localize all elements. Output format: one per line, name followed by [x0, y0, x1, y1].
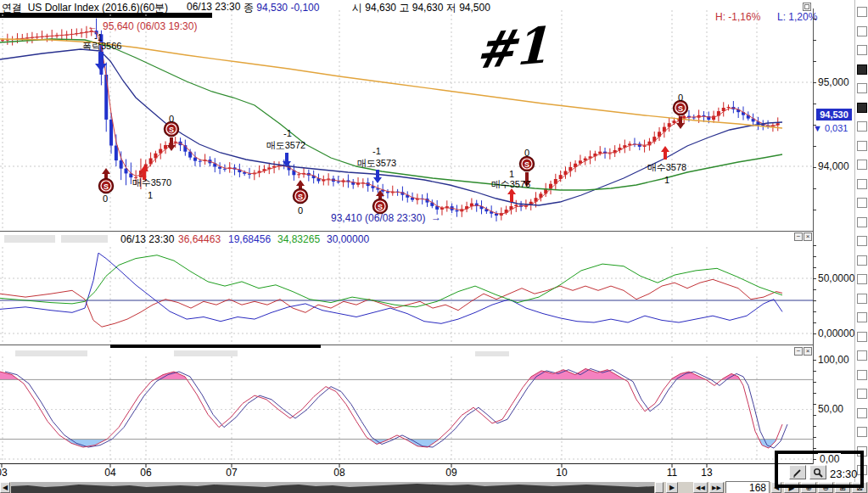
toolbar-button[interactable] [857, 389, 867, 399]
toolbar-button[interactable] [857, 408, 867, 418]
axis-tick [813, 448, 816, 449]
signal-badge: S [165, 122, 179, 137]
navigator-thumb-handle[interactable] [655, 482, 664, 493]
signal-badge: S [674, 101, 688, 115]
axis-tick [813, 426, 816, 427]
chart-control-button[interactable]: ⊠ [852, 482, 867, 493]
toolbar-button[interactable] [857, 255, 867, 266]
toolbar-button[interactable] [857, 83, 867, 93]
x-axis-label: 03 [0, 467, 8, 479]
chart-control-button[interactable]: ⊕ [801, 482, 816, 493]
vertical-gridlines [3, 247, 757, 344]
x-axis-label: 13 [701, 467, 712, 479]
last-price-badge: 94,530 [816, 109, 852, 120]
toolbar-button[interactable] [857, 350, 867, 361]
x-axis-label: 06 [140, 467, 151, 479]
toolbar-button[interactable] [857, 446, 867, 457]
chart-control-button[interactable]: ▶ [784, 482, 799, 493]
main-price-chart[interactable]: S0매수35701S0매도3572-1S0매도3573-1SS0매수35761매… [0, 8, 813, 231]
signal-badge: S [373, 199, 388, 214]
toolbar-button[interactable] [857, 179, 867, 189]
trade-label: 매수3570 [132, 177, 171, 188]
toolbar-button[interactable] [857, 7, 867, 17]
time-axis: 030406070809101113 [0, 463, 813, 483]
axis-tick [813, 40, 816, 41]
signal-count: -1 [283, 128, 292, 138]
toolbar-button[interactable] [857, 121, 867, 132]
axis-tick [813, 437, 816, 438]
scroll-left-button[interactable]: ◀ [0, 482, 10, 493]
chart-control-button[interactable]: ⊖ [818, 482, 833, 493]
axis-tick [813, 61, 816, 62]
axis-tick [562, 464, 563, 468]
axis-tick [813, 104, 816, 104]
axis-tick [813, 360, 816, 361]
rewind-button[interactable]: ◀◀ [693, 482, 708, 493]
x-axis-label: 04 [104, 467, 115, 479]
last-price-change: ▼ 0,031 [813, 123, 848, 133]
close-icon: × [806, 347, 810, 355]
x-axis-label: 08 [333, 467, 344, 479]
panel-close-button[interactable]: × [804, 232, 812, 241]
panel-minimize-button[interactable]: − [794, 232, 803, 241]
blue-line [0, 253, 782, 323]
indicator2-chart[interactable] [0, 356, 813, 463]
toolbar-button[interactable] [857, 427, 867, 437]
indicator1-value: 30,00000 [327, 233, 369, 245]
svg-text:S: S [524, 160, 529, 169]
toolbar-button[interactable] [857, 294, 867, 304]
svg-text:S: S [169, 126, 174, 134]
toolbar-button[interactable] [857, 103, 867, 113]
signal-count: 0 [678, 92, 683, 103]
toolbar-button[interactable] [857, 198, 867, 208]
panel-close-button[interactable]: × [804, 347, 812, 356]
panel-minimize-button[interactable]: − [794, 347, 803, 356]
toolbar-button[interactable] [857, 332, 867, 342]
toolbar-button[interactable] [857, 141, 867, 151]
axis-tick [813, 256, 816, 257]
signal-badge: S [294, 189, 308, 204]
y-axis-label: 0,00000 [818, 328, 854, 339]
minimize-icon: − [797, 232, 801, 240]
toolbar-button[interactable] [857, 26, 867, 36]
toolbar-button[interactable] [857, 160, 867, 170]
moving-average-lines [0, 31, 782, 214]
toolbar-button[interactable] [857, 64, 867, 75]
toolbar-button[interactable] [857, 236, 867, 246]
signal-count: 1 [509, 169, 514, 179]
trade-label: 매수3578 [647, 162, 686, 172]
axis-tick [813, 333, 816, 334]
chart-control-button[interactable]: ⊞ [835, 482, 850, 493]
step-back-button[interactable]: ◀ [771, 482, 781, 493]
y-axis-label: 100,00 [818, 354, 849, 366]
axis-tick [813, 267, 816, 268]
peak-price-label: 95,640 (06/03 19:30) [103, 20, 197, 32]
axis-tick [813, 82, 816, 83]
zoom-tool-button[interactable] [809, 465, 826, 479]
toolbar-button[interactable] [857, 217, 867, 227]
indicator1-chart[interactable] [0, 246, 813, 345]
data-navigator[interactable] [11, 482, 654, 493]
scroll-play-button[interactable]: ▶ [666, 482, 678, 493]
toolbar-button[interactable] [857, 274, 867, 284]
rewind-icon: ◀◀ [696, 485, 705, 491]
x-axis-label: 07 [226, 467, 237, 479]
toolbar-button[interactable] [857, 312, 867, 322]
axis-tick [813, 311, 816, 312]
y-axis-label: 94,000 [818, 160, 849, 172]
fast-forward-button[interactable]: ▶▶ [709, 482, 724, 493]
toolbar-button[interactable] [857, 45, 867, 55]
axis-tick [339, 464, 340, 468]
draw-tool-button[interactable] [789, 465, 806, 479]
toolbar-button[interactable] [857, 465, 867, 475]
chart-window: 연결_US Dollar Index (2016.6)(60분) 06/13 2… [0, 0, 868, 493]
svg-text:S: S [378, 203, 383, 211]
cursor-time-readout: 23:30 [830, 468, 858, 480]
bar-count-input[interactable] [725, 481, 770, 493]
close-icon: × [806, 232, 810, 240]
ma-longest [0, 39, 782, 128]
svg-text:S: S [104, 182, 109, 191]
toolbar-button[interactable] [857, 370, 867, 380]
ma-short [13, 31, 778, 214]
crash-label: 폭락3566 [82, 41, 121, 51]
